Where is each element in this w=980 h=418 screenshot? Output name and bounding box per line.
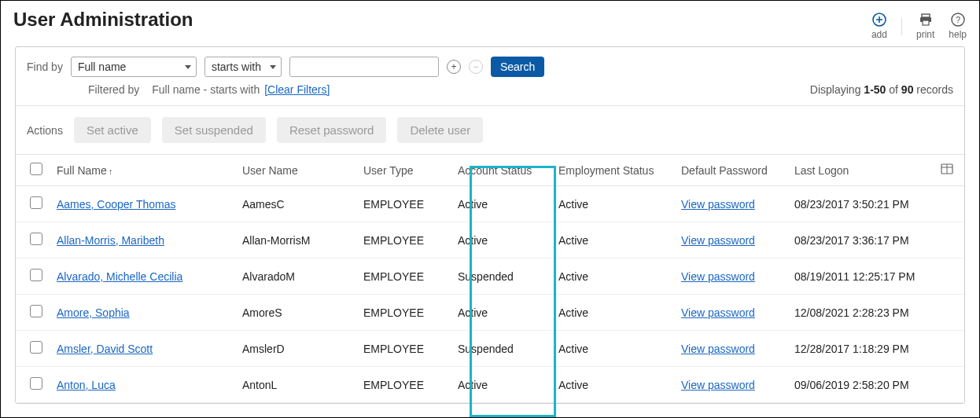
set-active-button[interactable]: Set active: [74, 117, 151, 143]
account-status-cell: Active: [451, 295, 552, 331]
user-name-cell: AamesC: [236, 186, 357, 222]
displaying-total: 90: [901, 83, 914, 96]
full-name-link[interactable]: Amsler, David Scott: [57, 343, 153, 355]
filter-value-input[interactable]: [289, 57, 439, 77]
condition-select-value: starts with: [212, 60, 261, 73]
view-password-link[interactable]: View password: [681, 198, 755, 211]
full-name-link[interactable]: Amore, Sophia: [57, 306, 130, 319]
search-button[interactable]: Search: [491, 57, 544, 77]
view-password-link[interactable]: View password: [681, 343, 755, 355]
table-row: Anton, LucaAntonLEMPLOYEEActiveActiveVie…: [16, 367, 964, 403]
main-panel: Find by Full name starts with + − Search…: [15, 46, 965, 404]
user-type-cell: EMPLOYEE: [357, 186, 451, 222]
filter-status-row: Filtered by Full name - starts with [Cle…: [16, 80, 964, 105]
account-status-cell: Suspended: [451, 331, 552, 367]
pagination-info: Displaying 1-50 of 90 records: [810, 83, 953, 96]
help-icon: ?: [950, 12, 966, 28]
col-account-status[interactable]: Account Status: [451, 155, 552, 186]
col-user-type[interactable]: User Type: [357, 155, 451, 186]
col-default-password[interactable]: Default Password: [675, 155, 788, 186]
col-employment-status[interactable]: Employment Status: [552, 155, 675, 186]
employment-status-cell: Active: [552, 367, 675, 403]
user-type-cell: EMPLOYEE: [357, 367, 451, 403]
row-checkbox[interactable]: [30, 305, 42, 317]
find-by-label: Find by: [27, 60, 63, 73]
remove-filter-button[interactable]: −: [469, 60, 483, 74]
row-checkbox[interactable]: [30, 269, 42, 281]
filter-row: Find by Full name starts with + − Search: [16, 47, 964, 80]
row-checkbox[interactable]: [30, 341, 42, 354]
full-name-link[interactable]: Allan-Morris, Maribeth: [57, 234, 164, 247]
add-button[interactable]: add: [871, 12, 887, 40]
employment-status-cell: Active: [552, 186, 675, 222]
plus-circle-icon: [871, 12, 887, 28]
svg-rect-3: [922, 14, 930, 17]
condition-select[interactable]: starts with: [204, 57, 282, 77]
chevron-down-icon: [270, 65, 276, 69]
user-type-cell: EMPLOYEE: [357, 331, 451, 367]
view-password-link[interactable]: View password: [681, 379, 755, 391]
full-name-link[interactable]: Alvarado, Michelle Cecilia: [57, 270, 182, 283]
account-status-cell: Active: [451, 367, 552, 403]
view-password-link[interactable]: View password: [681, 234, 755, 247]
column-settings-icon[interactable]: [941, 163, 953, 178]
full-name-link[interactable]: Aames, Cooper Thomas: [57, 198, 175, 211]
displaying-suffix: records: [913, 83, 953, 96]
last-logon-cell: 08/19/2011 12:25:17 PM: [788, 258, 934, 295]
employment-status-cell: Active: [552, 295, 675, 331]
col-full-name[interactable]: Full Name↑: [53, 155, 236, 186]
clear-filters-link[interactable]: [Clear Filters]: [264, 83, 330, 96]
user-type-cell: EMPLOYEE: [357, 222, 451, 258]
actions-label: Actions: [27, 124, 63, 137]
user-name-cell: AntonL: [236, 367, 357, 403]
sort-asc-icon: ↑: [109, 167, 113, 176]
reset-password-button[interactable]: Reset password: [277, 117, 387, 143]
employment-status-cell: Active: [552, 258, 675, 295]
last-logon-cell: 08/23/2017 3:50:21 PM: [788, 186, 934, 222]
add-label: add: [871, 29, 887, 40]
table-header-row: Full Name↑ User Name User Type Account S…: [16, 155, 964, 186]
table-row: Aames, Cooper ThomasAamesCEMPLOYEEActive…: [16, 186, 964, 222]
table-row: Alvarado, Michelle CeciliaAlvaradoMEMPLO…: [16, 258, 964, 295]
svg-text:?: ?: [956, 15, 960, 24]
chevron-down-icon: [185, 65, 191, 69]
last-logon-cell: 12/28/2017 1:18:29 PM: [788, 331, 934, 367]
add-filter-button[interactable]: +: [447, 60, 461, 74]
help-label: help: [949, 29, 967, 40]
delete-user-button[interactable]: Delete user: [397, 117, 483, 143]
set-suspended-button[interactable]: Set suspended: [162, 117, 266, 143]
field-select[interactable]: Full name: [71, 57, 197, 77]
last-logon-cell: 09/06/2019 2:58:20 PM: [788, 367, 934, 403]
view-password-link[interactable]: View password: [681, 306, 755, 319]
table-row: Allan-Morris, MaribethAllan-MorrisMEMPLO…: [16, 222, 964, 258]
divider: [901, 18, 902, 35]
row-checkbox[interactable]: [30, 377, 42, 390]
help-button[interactable]: ? help: [949, 12, 967, 40]
last-logon-cell: 08/23/2017 3:36:17 PM: [788, 222, 934, 258]
print-button[interactable]: print: [916, 12, 934, 40]
user-name-cell: Allan-MorrisM: [236, 222, 357, 258]
select-all-checkbox[interactable]: [30, 163, 42, 175]
account-status-cell: Suspended: [451, 258, 552, 295]
header-actions: add print ? help: [871, 9, 967, 40]
user-name-cell: AmslerD: [236, 331, 357, 367]
view-password-link[interactable]: View password: [681, 270, 755, 283]
account-status-cell: Active: [451, 222, 552, 258]
col-last-logon[interactable]: Last Logon: [788, 155, 934, 186]
col-user-name[interactable]: User Name: [236, 155, 357, 186]
row-checkbox[interactable]: [30, 233, 42, 245]
row-checkbox[interactable]: [30, 196, 42, 209]
user-type-cell: EMPLOYEE: [357, 295, 451, 331]
filtered-by-label: Filtered by: [88, 83, 139, 96]
displaying-of: of: [886, 83, 901, 96]
last-logon-cell: 12/08/2021 2:28:23 PM: [788, 295, 934, 331]
print-icon: [918, 12, 934, 28]
col-full-name-label: Full Name: [57, 164, 107, 177]
page-title: User Administration: [13, 9, 193, 31]
table-row: Amore, SophiaAmoreSEMPLOYEEActiveActiveV…: [16, 295, 964, 331]
user-name-cell: AmoreS: [236, 295, 357, 331]
svg-rect-5: [923, 20, 929, 25]
filtered-by-text: Full name - starts with: [152, 83, 260, 96]
full-name-link[interactable]: Anton, Luca: [57, 379, 116, 391]
users-table: Full Name↑ User Name User Type Account S…: [16, 154, 964, 403]
